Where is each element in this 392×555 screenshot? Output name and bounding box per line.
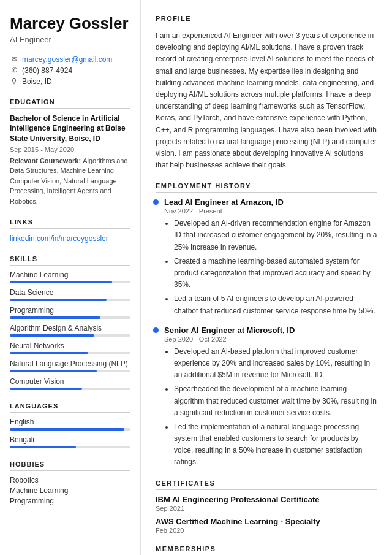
skill-bar-fill bbox=[10, 281, 112, 283]
education-date: Sep 2015 - May 2020 bbox=[10, 146, 130, 153]
skill-bar-fill bbox=[10, 316, 100, 319]
language-item: English bbox=[10, 418, 130, 431]
certificates-list: IBM AI Engineering Professional Certific… bbox=[156, 495, 377, 534]
language-bar-bg bbox=[10, 446, 130, 448]
hobbies-section-title: HOBBIES bbox=[10, 461, 130, 471]
hobby-item: Programming bbox=[10, 497, 130, 505]
contact-email: ✉ marcey.gossler@gmail.com bbox=[10, 55, 130, 64]
skill-item: Machine Learning bbox=[10, 270, 130, 283]
skill-bar-bg bbox=[10, 281, 130, 283]
education-degree: Bachelor of Science in Artificial Intell… bbox=[10, 113, 130, 144]
language-bar-bg bbox=[10, 428, 130, 431]
skill-label: Computer Vision bbox=[10, 377, 130, 386]
linkedin-link[interactable]: linkedin.com/in/marceygossler bbox=[10, 234, 108, 243]
skill-bar-fill bbox=[10, 334, 94, 337]
skill-bar-fill bbox=[10, 370, 97, 372]
candidate-title: AI Engineer bbox=[10, 35, 130, 44]
language-label: Bengali bbox=[10, 435, 130, 444]
skill-bar-fill bbox=[10, 388, 82, 390]
job-dot bbox=[153, 199, 159, 205]
cert-date: Feb 2020 bbox=[156, 527, 377, 534]
skill-item: Neural Networks bbox=[10, 342, 130, 354]
job-bullets: Developed an AI-driven recommendation en… bbox=[164, 218, 377, 317]
languages-list: English Bengali bbox=[10, 418, 130, 448]
job-dot bbox=[153, 327, 159, 333]
location-icon: ⚲ bbox=[10, 77, 18, 85]
job-bullet: Developed an AI-based platform that impr… bbox=[174, 346, 377, 381]
email-link[interactable]: marcey.gossler@gmail.com bbox=[22, 55, 112, 64]
phone-text: (360) 887-4924 bbox=[22, 66, 72, 75]
job-entry: Lead AI Engineer at Amazon, ID Nov 2022 … bbox=[156, 197, 377, 317]
skill-bar-bg bbox=[10, 370, 130, 372]
profile-section-title: PROFILE bbox=[156, 15, 377, 25]
language-bar-fill bbox=[10, 446, 76, 448]
contact-phone: ✆ (360) 887-4924 bbox=[10, 66, 130, 75]
cert-title: IBM AI Engineering Professional Certific… bbox=[156, 495, 377, 504]
links-section-title: LINKS bbox=[10, 218, 130, 229]
skill-item: Natural Language Processing (NLP) bbox=[10, 359, 130, 372]
skill-item: Programming bbox=[10, 306, 130, 319]
skill-label: Algorithm Design & Analysis bbox=[10, 324, 130, 332]
job-date: Nov 2022 - Present bbox=[164, 207, 377, 215]
cert-date: Sep 2021 bbox=[156, 505, 377, 512]
certificates-section-title: CERTIFICATES bbox=[156, 480, 377, 490]
skill-bar-bg bbox=[10, 388, 130, 390]
job-bullet: Developed an AI-driven recommendation en… bbox=[174, 218, 377, 253]
skill-bar-fill bbox=[10, 352, 88, 354]
email-icon: ✉ bbox=[10, 55, 18, 63]
skills-list: Machine Learning Data Science Programmin… bbox=[10, 270, 130, 390]
skill-item: Data Science bbox=[10, 288, 130, 301]
main-content: PROFILE I am an experienced AI Engineer … bbox=[141, 0, 392, 555]
jobs-list: Lead AI Engineer at Amazon, ID Nov 2022 … bbox=[156, 197, 377, 468]
education-coursework: Relevant Coursework: Algorithms and Data… bbox=[10, 156, 130, 207]
coursework-label: Relevant Coursework: bbox=[10, 157, 83, 164]
sidebar: Marcey Gossler AI Engineer ✉ marcey.goss… bbox=[0, 0, 141, 555]
candidate-name: Marcey Gossler bbox=[10, 15, 130, 33]
job-entry: Senior AI Engineer at Microsoft, ID Sep … bbox=[156, 326, 377, 469]
skill-label: Machine Learning bbox=[10, 270, 130, 279]
certificate-item: AWS Certified Machine Learning - Special… bbox=[156, 517, 377, 534]
language-item: Bengali bbox=[10, 435, 130, 448]
skill-label: Natural Language Processing (NLP) bbox=[10, 359, 130, 368]
languages-section-title: LANGUAGES bbox=[10, 402, 130, 413]
location-text: Boise, ID bbox=[22, 77, 52, 86]
linkedin-link-item: linkedin.com/in/marceygossler bbox=[10, 234, 130, 243]
profile-text: I am an experienced AI Engineer with ove… bbox=[156, 30, 377, 171]
skill-bar-bg bbox=[10, 299, 130, 301]
phone-icon: ✆ bbox=[10, 66, 18, 74]
skills-section-title: SKILLS bbox=[10, 255, 130, 266]
hobby-item: Robotics bbox=[10, 476, 130, 484]
skill-item: Computer Vision bbox=[10, 377, 130, 390]
job-bullet: Created a machine learning-based automat… bbox=[174, 256, 377, 291]
cert-title: AWS Certified Machine Learning - Special… bbox=[156, 517, 377, 526]
skill-label: Data Science bbox=[10, 288, 130, 297]
skill-label: Neural Networks bbox=[10, 342, 130, 350]
certificate-item: IBM AI Engineering Professional Certific… bbox=[156, 495, 377, 512]
skill-bar-bg bbox=[10, 316, 130, 319]
job-bullet: Spearheaded the development of a machine… bbox=[174, 383, 377, 419]
job-bullet: Led a team of 5 AI engineers to develop … bbox=[174, 293, 377, 316]
skill-item: Algorithm Design & Analysis bbox=[10, 324, 130, 337]
memberships-section-title: MEMBERSHIPS bbox=[156, 545, 377, 555]
job-title: Lead AI Engineer at Amazon, ID bbox=[164, 197, 377, 207]
hobbies-list: RoboticsMachine LearningProgramming bbox=[10, 476, 130, 505]
hobby-item: Machine Learning bbox=[10, 486, 130, 495]
language-label: English bbox=[10, 418, 130, 426]
employment-section-title: EMPLOYMENT HISTORY bbox=[156, 182, 377, 193]
job-date: Sep 2020 - Oct 2022 bbox=[164, 335, 377, 343]
job-title: Senior AI Engineer at Microsoft, ID bbox=[164, 326, 377, 335]
skill-label: Programming bbox=[10, 306, 130, 315]
language-bar-fill bbox=[10, 428, 124, 431]
skill-bar-bg bbox=[10, 352, 130, 354]
education-section-title: EDUCATION bbox=[10, 98, 130, 109]
job-bullets: Developed an AI-based platform that impr… bbox=[164, 346, 377, 469]
skill-bar-bg bbox=[10, 334, 130, 337]
job-bullet: Led the implementation of a natural lang… bbox=[174, 421, 377, 469]
skill-bar-fill bbox=[10, 299, 107, 301]
contact-location: ⚲ Boise, ID bbox=[10, 77, 130, 86]
